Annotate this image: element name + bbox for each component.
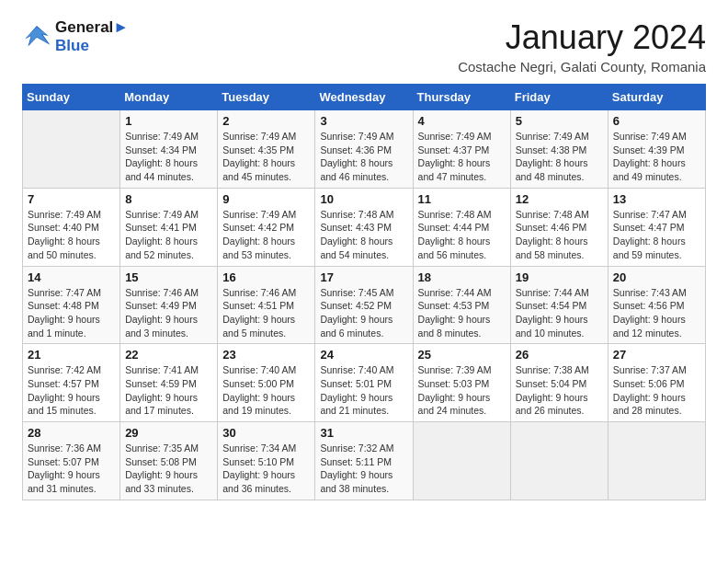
day-cell: 26Sunrise: 7:38 AMSunset: 5:04 PMDayligh… <box>510 344 608 422</box>
day-cell: 11Sunrise: 7:48 AMSunset: 4:44 PMDayligh… <box>413 188 510 266</box>
day-info: Sunrise: 7:49 AMSunset: 4:34 PMDaylight:… <box>125 130 212 184</box>
svg-marker-1 <box>26 27 48 44</box>
header: General► Blue January 2024 Costache Negr… <box>22 18 706 75</box>
day-cell: 10Sunrise: 7:48 AMSunset: 4:43 PMDayligh… <box>315 188 413 266</box>
day-number: 25 <box>418 348 506 362</box>
day-number: 29 <box>125 426 212 440</box>
day-info: Sunrise: 7:44 AMSunset: 4:54 PMDaylight:… <box>516 286 603 340</box>
day-number: 19 <box>516 270 603 284</box>
col-header-monday: Monday <box>120 85 218 110</box>
day-number: 13 <box>613 192 700 206</box>
day-cell: 17Sunrise: 7:45 AMSunset: 4:52 PMDayligh… <box>315 266 413 344</box>
day-number: 22 <box>125 348 212 362</box>
day-cell: 8Sunrise: 7:49 AMSunset: 4:41 PMDaylight… <box>120 188 218 266</box>
day-number: 12 <box>516 192 603 206</box>
day-number: 24 <box>320 348 407 362</box>
day-cell: 3Sunrise: 7:49 AMSunset: 4:36 PMDaylight… <box>315 110 413 189</box>
col-header-thursday: Thursday <box>413 85 510 110</box>
day-info: Sunrise: 7:49 AMSunset: 4:42 PMDaylight:… <box>222 208 310 262</box>
day-number: 15 <box>125 270 212 284</box>
day-info: Sunrise: 7:49 AMSunset: 4:39 PMDaylight:… <box>613 130 700 184</box>
day-info: Sunrise: 7:46 AMSunset: 4:49 PMDaylight:… <box>125 286 212 340</box>
day-number: 26 <box>516 348 603 362</box>
day-info: Sunrise: 7:47 AMSunset: 4:47 PMDaylight:… <box>613 208 700 262</box>
day-number: 14 <box>28 270 115 284</box>
day-info: Sunrise: 7:39 AMSunset: 5:03 PMDaylight:… <box>418 363 506 418</box>
day-number: 8 <box>125 192 212 206</box>
week-row-3: 14Sunrise: 7:47 AMSunset: 4:48 PMDayligh… <box>23 266 706 344</box>
day-info: Sunrise: 7:49 AMSunset: 4:37 PMDaylight:… <box>418 130 506 184</box>
day-cell: 2Sunrise: 7:49 AMSunset: 4:35 PMDaylight… <box>218 110 315 189</box>
day-number: 9 <box>222 192 310 206</box>
day-cell: 15Sunrise: 7:46 AMSunset: 4:49 PMDayligh… <box>120 266 218 344</box>
day-info: Sunrise: 7:48 AMSunset: 4:44 PMDaylight:… <box>418 208 506 262</box>
day-info: Sunrise: 7:42 AMSunset: 4:57 PMDaylight:… <box>28 363 115 418</box>
day-cell: 25Sunrise: 7:39 AMSunset: 5:03 PMDayligh… <box>413 344 510 422</box>
day-number: 23 <box>222 348 310 362</box>
day-info: Sunrise: 7:49 AMSunset: 4:38 PMDaylight:… <box>516 130 603 184</box>
week-row-2: 7Sunrise: 7:49 AMSunset: 4:40 PMDaylight… <box>23 188 706 266</box>
day-cell: 14Sunrise: 7:47 AMSunset: 4:48 PMDayligh… <box>23 266 120 344</box>
day-cell <box>23 110 120 189</box>
day-cell: 27Sunrise: 7:37 AMSunset: 5:06 PMDayligh… <box>608 344 705 422</box>
day-number: 6 <box>613 114 700 128</box>
col-header-saturday: Saturday <box>608 85 705 110</box>
day-number: 27 <box>613 348 700 362</box>
day-cell: 22Sunrise: 7:41 AMSunset: 4:59 PMDayligh… <box>120 344 218 422</box>
day-cell: 4Sunrise: 7:49 AMSunset: 4:37 PMDaylight… <box>413 110 510 189</box>
day-number: 28 <box>28 426 115 440</box>
day-cell <box>413 422 510 500</box>
day-number: 30 <box>222 426 310 440</box>
day-info: Sunrise: 7:44 AMSunset: 4:53 PMDaylight:… <box>418 286 506 340</box>
day-info: Sunrise: 7:41 AMSunset: 4:59 PMDaylight:… <box>125 363 212 418</box>
day-info: Sunrise: 7:45 AMSunset: 4:52 PMDaylight:… <box>320 286 407 340</box>
day-info: Sunrise: 7:38 AMSunset: 5:04 PMDaylight:… <box>516 363 603 418</box>
day-number: 11 <box>418 192 506 206</box>
day-cell: 13Sunrise: 7:47 AMSunset: 4:47 PMDayligh… <box>608 188 705 266</box>
day-cell: 9Sunrise: 7:49 AMSunset: 4:42 PMDaylight… <box>218 188 315 266</box>
day-number: 4 <box>418 114 506 128</box>
day-cell: 16Sunrise: 7:46 AMSunset: 4:51 PMDayligh… <box>218 266 315 344</box>
day-number: 18 <box>418 270 506 284</box>
day-info: Sunrise: 7:43 AMSunset: 4:56 PMDaylight:… <box>613 286 700 340</box>
day-info: Sunrise: 7:36 AMSunset: 5:07 PMDaylight:… <box>28 442 115 496</box>
day-cell <box>608 422 705 500</box>
day-number: 20 <box>613 270 700 284</box>
day-cell: 7Sunrise: 7:49 AMSunset: 4:40 PMDaylight… <box>23 188 120 266</box>
day-info: Sunrise: 7:47 AMSunset: 4:48 PMDaylight:… <box>28 286 115 340</box>
day-info: Sunrise: 7:48 AMSunset: 4:43 PMDaylight:… <box>320 208 407 262</box>
day-cell: 30Sunrise: 7:34 AMSunset: 5:10 PMDayligh… <box>218 422 315 500</box>
day-number: 17 <box>320 270 407 284</box>
day-info: Sunrise: 7:40 AMSunset: 5:00 PMDaylight:… <box>222 363 310 418</box>
week-row-5: 28Sunrise: 7:36 AMSunset: 5:07 PMDayligh… <box>23 422 706 500</box>
day-cell: 12Sunrise: 7:48 AMSunset: 4:46 PMDayligh… <box>510 188 608 266</box>
day-cell: 31Sunrise: 7:32 AMSunset: 5:11 PMDayligh… <box>315 422 413 500</box>
day-info: Sunrise: 7:49 AMSunset: 4:40 PMDaylight:… <box>28 208 115 262</box>
day-number: 2 <box>222 114 310 128</box>
week-row-4: 21Sunrise: 7:42 AMSunset: 4:57 PMDayligh… <box>23 344 706 422</box>
title-area: January 2024 Costache Negri, Galati Coun… <box>458 18 706 75</box>
week-row-1: 1Sunrise: 7:49 AMSunset: 4:34 PMDaylight… <box>23 110 706 189</box>
day-cell: 28Sunrise: 7:36 AMSunset: 5:07 PMDayligh… <box>23 422 120 500</box>
day-cell: 5Sunrise: 7:49 AMSunset: 4:38 PMDaylight… <box>510 110 608 189</box>
day-cell: 20Sunrise: 7:43 AMSunset: 4:56 PMDayligh… <box>608 266 705 344</box>
day-number: 16 <box>222 270 310 284</box>
col-header-friday: Friday <box>510 85 608 110</box>
col-header-sunday: Sunday <box>23 85 120 110</box>
day-number: 5 <box>516 114 603 128</box>
day-info: Sunrise: 7:35 AMSunset: 5:08 PMDaylight:… <box>125 442 212 496</box>
calendar-table: SundayMondayTuesdayWednesdayThursdayFrid… <box>22 84 706 500</box>
day-info: Sunrise: 7:49 AMSunset: 4:36 PMDaylight:… <box>320 130 407 184</box>
day-cell: 23Sunrise: 7:40 AMSunset: 5:00 PMDayligh… <box>218 344 315 422</box>
col-header-tuesday: Tuesday <box>218 85 315 110</box>
day-cell <box>510 422 608 500</box>
day-cell: 19Sunrise: 7:44 AMSunset: 4:54 PMDayligh… <box>510 266 608 344</box>
day-number: 1 <box>125 114 212 128</box>
day-info: Sunrise: 7:34 AMSunset: 5:10 PMDaylight:… <box>222 442 310 496</box>
day-number: 31 <box>320 426 407 440</box>
day-cell: 29Sunrise: 7:35 AMSunset: 5:08 PMDayligh… <box>120 422 218 500</box>
day-number: 7 <box>28 192 115 206</box>
day-number: 3 <box>320 114 407 128</box>
day-info: Sunrise: 7:32 AMSunset: 5:11 PMDaylight:… <box>320 442 407 496</box>
logo-icon <box>22 24 51 50</box>
